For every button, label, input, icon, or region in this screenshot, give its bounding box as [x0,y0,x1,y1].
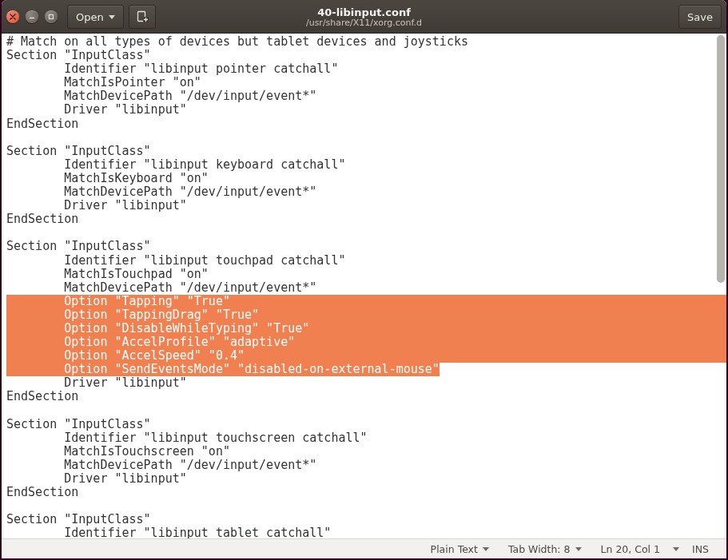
scrollbar[interactable] [717,35,725,537]
editor-line: EndSection [6,390,726,403]
editor-line: MatchIsTouchscreen "on" [6,445,726,459]
editor-line: Option "Tapping" "True" [6,295,726,308]
language-selector[interactable]: Plain Text [421,543,499,555]
chevron-down-icon [575,547,582,551]
editor-line: Section "InputClass" [6,145,726,158]
new-document-icon [136,10,149,23]
close-button[interactable] [6,10,19,23]
editor-line: Identifier "libinput touchpad catchall" [6,254,726,268]
tab-width-selector[interactable]: Tab Width: 8 [499,543,591,555]
editor-line: EndSection [6,117,726,131]
svg-rect-0 [50,15,54,19]
editor-line: Identifier "libinput keyboard catchall" [6,158,726,172]
editor-line: MatchDevicePath "/dev/input/event*" [6,459,726,472]
window-controls [6,10,58,23]
insert-mode[interactable]: INS [682,543,718,555]
editor-line [6,131,726,145]
maximize-button[interactable] [45,10,58,23]
chevron-down-icon [109,15,115,19]
editor-line: Option "TappingDrag" "True" [6,308,726,322]
editor-line: Driver "libinput" [6,376,726,390]
editor-line: MatchIsKeyboard "on" [6,172,726,185]
editor-line: Section "InputClass" [6,240,726,253]
editor-line [6,226,726,240]
editor-line: Driver "libinput" [6,199,726,212]
text-editor[interactable]: # Match on all types of devices but tabl… [2,34,726,538]
document-path: /usr/share/X11/xorg.conf.d [306,18,422,28]
app-window: Open 40-libinput.conf /usr/share/X11/xor… [2,0,726,558]
open-button-label: Open [76,11,104,23]
document-title: 40-libinput.conf [317,6,411,18]
save-button-label: Save [687,11,713,23]
editor-line: Identifier "libinput pointer catchall" [6,62,726,76]
minimize-button[interactable] [26,10,38,23]
editor-line: Section "InputClass" [6,49,726,62]
cursor-position-label: Ln 20, Col 1 [601,543,661,555]
editor-line: Driver "libinput" [6,103,726,117]
editor-line: # Match on all types of devices but tabl… [6,35,726,49]
headerbar: Open 40-libinput.conf /usr/share/X11/xor… [2,0,726,34]
editor-line: MatchDevicePath "/dev/input/event*" [6,185,726,199]
maximize-icon [48,14,54,20]
editor-line: EndSection [6,212,726,226]
editor-line: EndSection [6,486,726,499]
editor-line: Driver "libinput" [6,472,726,486]
new-tab-button[interactable] [129,5,156,29]
editor-line: Option "AccelSpeed" "0.4" [6,349,726,363]
editor-line: MatchIsTouchpad "on" [6,268,726,281]
save-button[interactable]: Save [678,5,722,29]
open-button[interactable]: Open [67,5,124,29]
tab-width-label: Tab Width: 8 [508,543,571,555]
chevron-down-icon [483,547,489,551]
editor-line [6,499,726,513]
editor-line: MatchIsPointer "on" [6,76,726,89]
close-icon [10,14,16,20]
editor-line: MatchDevicePath "/dev/input/event*" [6,281,726,295]
editor-line: Identifier "libinput touchscreen catchal… [6,431,726,445]
editor-line [6,404,726,418]
language-label: Plain Text [431,543,478,555]
editor-line: Identifier "libinput tablet catchall" [6,526,726,538]
editor-line: Option "DisableWhileTyping" "True" [6,322,726,336]
statusbar: Plain Text Tab Width: 8 Ln 20, Col 1 INS [2,538,726,558]
editor-line: Option "SendEventsMode" "disabled-on-ext… [6,363,726,376]
editor-line: MatchDevicePath "/dev/input/event*" [6,89,726,103]
editor-line: Section "InputClass" [6,513,726,526]
editor-line: Option "AccelProfile" "adaptive" [6,336,726,349]
editor-line: Section "InputClass" [6,418,726,431]
scrollbar-thumb[interactable] [717,35,725,283]
minimize-icon [29,14,35,20]
cursor-position[interactable]: Ln 20, Col 1 [591,543,670,555]
cursor-menu[interactable] [670,547,682,551]
chevron-down-icon [673,547,679,551]
insert-mode-label: INS [692,543,709,555]
